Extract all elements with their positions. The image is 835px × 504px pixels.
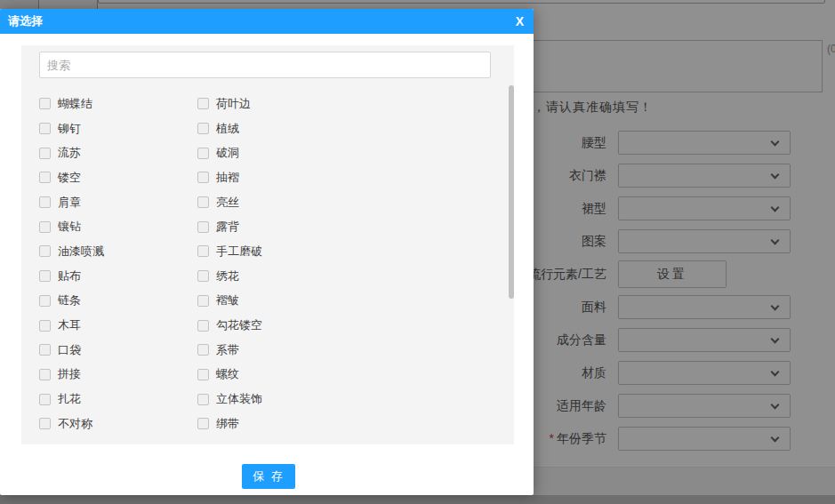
dialog-header: 请选择 X bbox=[0, 9, 534, 34]
option-item[interactable]: 镶钻 bbox=[39, 214, 197, 239]
option-label: 口袋 bbox=[58, 342, 81, 358]
option-label: 绑带 bbox=[216, 416, 239, 432]
option-label: 立体装饰 bbox=[216, 391, 262, 407]
checkbox-icon[interactable] bbox=[39, 172, 51, 183]
checkbox-icon[interactable] bbox=[39, 196, 51, 208]
option-item[interactable]: 油漆喷溅 bbox=[39, 239, 197, 264]
panel-scrollbar-thumb[interactable] bbox=[509, 85, 514, 299]
option-item[interactable]: 亮丝 bbox=[197, 190, 484, 215]
option-item[interactable]: 破洞 bbox=[197, 140, 484, 165]
option-label: 亮丝 bbox=[216, 195, 239, 211]
checkbox-icon[interactable] bbox=[197, 344, 209, 356]
checkbox-icon[interactable] bbox=[197, 245, 209, 257]
checkbox-icon[interactable] bbox=[39, 418, 51, 429]
checkbox-icon[interactable] bbox=[39, 344, 51, 356]
option-label: 铆钉 bbox=[58, 121, 81, 137]
checkbox-icon[interactable] bbox=[39, 245, 51, 257]
checkbox-icon[interactable] bbox=[197, 295, 209, 307]
option-item[interactable]: 手工磨破 bbox=[197, 239, 484, 264]
checkbox-icon[interactable] bbox=[197, 221, 209, 233]
checkbox-icon[interactable] bbox=[197, 148, 209, 159]
option-label: 露背 bbox=[216, 219, 239, 235]
checkbox-icon[interactable] bbox=[39, 369, 51, 380]
checkbox-icon[interactable] bbox=[39, 98, 51, 109]
checkbox-icon[interactable] bbox=[197, 172, 209, 183]
option-item[interactable]: 褶皱 bbox=[197, 289, 484, 314]
option-label: 螺纹 bbox=[216, 366, 239, 382]
option-label: 镂空 bbox=[58, 170, 81, 186]
option-label: 勾花镂空 bbox=[216, 317, 262, 333]
checkbox-icon[interactable] bbox=[197, 98, 209, 109]
option-label: 植绒 bbox=[216, 121, 239, 137]
checkbox-icon[interactable] bbox=[197, 418, 209, 429]
option-label: 荷叶边 bbox=[216, 96, 251, 112]
option-item[interactable]: 螺纹 bbox=[197, 363, 484, 388]
select-dialog: 请选择 X 蝴蝶结 荷叶边 bbox=[0, 9, 534, 495]
option-item[interactable]: 铆钉 bbox=[39, 116, 197, 141]
option-item[interactable]: 抽褶 bbox=[197, 165, 484, 190]
checkbox-icon[interactable] bbox=[197, 394, 209, 405]
option-label: 蝴蝶结 bbox=[58, 96, 92, 112]
option-label: 肩章 bbox=[58, 195, 81, 211]
option-label: 链条 bbox=[58, 292, 81, 308]
close-icon[interactable]: X bbox=[516, 9, 524, 34]
option-label: 镶钻 bbox=[58, 219, 81, 235]
checkbox-icon[interactable] bbox=[197, 196, 209, 208]
checkbox-icon[interactable] bbox=[39, 320, 51, 332]
option-label: 扎花 bbox=[58, 391, 81, 407]
option-item[interactable]: 不对称 bbox=[39, 412, 197, 436]
checkbox-icon[interactable] bbox=[39, 148, 51, 159]
option-label: 抽褶 bbox=[216, 170, 239, 186]
option-item[interactable]: 勾花镂空 bbox=[197, 313, 484, 338]
option-item[interactable]: 肩章 bbox=[39, 190, 197, 215]
checkbox-icon[interactable] bbox=[39, 295, 51, 307]
checkbox-icon[interactable] bbox=[197, 369, 209, 380]
option-label: 手工磨破 bbox=[216, 244, 262, 260]
option-item[interactable]: 贴布 bbox=[39, 264, 197, 289]
option-item[interactable]: 系带 bbox=[197, 338, 484, 363]
option-item[interactable]: 木耳 bbox=[39, 313, 197, 338]
option-label: 不对称 bbox=[58, 416, 92, 432]
search-input[interactable] bbox=[39, 52, 491, 78]
option-item[interactable]: 镂空 bbox=[39, 165, 197, 190]
option-item[interactable]: 植绒 bbox=[197, 116, 484, 141]
option-label: 流苏 bbox=[58, 145, 81, 161]
option-label: 褶皱 bbox=[216, 292, 239, 308]
option-item[interactable]: 荷叶边 bbox=[197, 92, 484, 116]
checkbox-icon[interactable] bbox=[197, 123, 209, 134]
option-item[interactable]: 口袋 bbox=[39, 338, 197, 363]
option-item[interactable]: 立体装饰 bbox=[197, 387, 484, 412]
screen: (0 ，请认真准确填写！ *腰型 *衣门襟 bbox=[0, 0, 835, 504]
option-item[interactable]: 流苏 bbox=[39, 140, 197, 165]
checkbox-icon[interactable] bbox=[39, 270, 51, 282]
checkbox-icon[interactable] bbox=[39, 123, 51, 134]
option-label: 贴布 bbox=[58, 268, 81, 284]
checkbox-icon[interactable] bbox=[39, 221, 51, 233]
checkbox-icon[interactable] bbox=[197, 320, 209, 332]
option-item[interactable]: 露背 bbox=[197, 214, 484, 239]
option-item[interactable]: 拼接 bbox=[39, 363, 197, 388]
checkbox-icon[interactable] bbox=[197, 270, 209, 282]
option-item[interactable]: 蝴蝶结 bbox=[39, 92, 197, 116]
option-item[interactable]: 绑带 bbox=[197, 412, 484, 436]
options-grid: 蝴蝶结 荷叶边 铆钉 植绒 bbox=[39, 92, 484, 436]
save-button[interactable]: 保 存 bbox=[242, 464, 295, 489]
option-label: 拼接 bbox=[58, 366, 81, 382]
option-item[interactable]: 链条 bbox=[39, 289, 197, 314]
option-label: 系带 bbox=[216, 342, 239, 358]
options-panel: 蝴蝶结 荷叶边 铆钉 植绒 bbox=[21, 45, 514, 444]
option-label: 破洞 bbox=[216, 145, 239, 161]
dialog-title: 请选择 bbox=[8, 9, 43, 34]
option-item[interactable]: 扎花 bbox=[39, 387, 197, 412]
option-label: 绣花 bbox=[216, 268, 239, 284]
option-item[interactable]: 绣花 bbox=[197, 264, 484, 289]
option-label: 油漆喷溅 bbox=[58, 244, 104, 260]
checkbox-icon[interactable] bbox=[39, 394, 51, 405]
option-label: 木耳 bbox=[58, 317, 81, 333]
